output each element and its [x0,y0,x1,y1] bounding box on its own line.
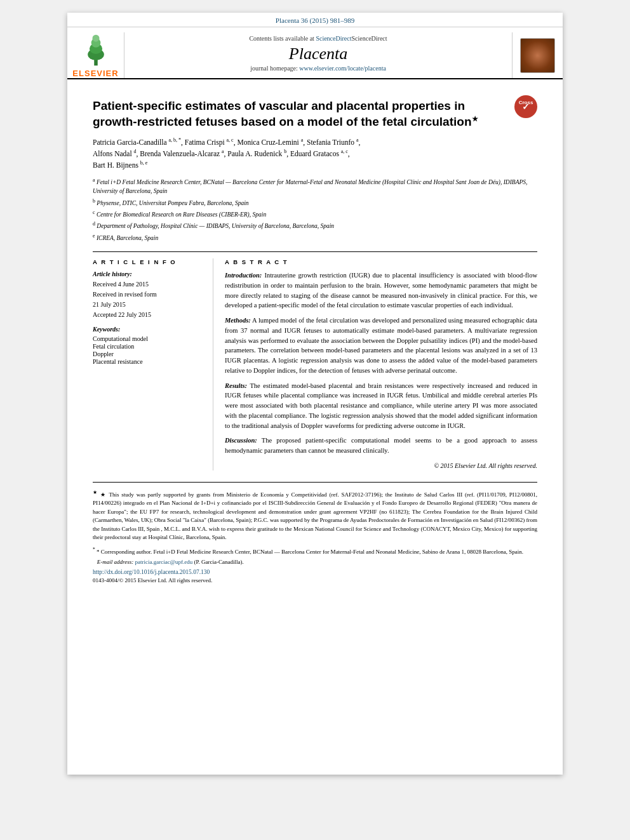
revised-label: Received in revised form [93,290,205,299]
star-footnote: ★ ★ This study was partly supported by g… [93,489,537,542]
homepage-line: journal homepage: www.elsevier.com/locat… [131,65,506,72]
keyword-4: Placental resistance [93,358,205,365]
two-column-section: A R T I C L E I N F O Article history: R… [93,251,537,470]
abstract-methods: Methods: A lumped model of the fetal cir… [225,316,537,376]
journal-name: Placenta [131,44,506,63]
citation-bar: Placenta 36 (2015) 981–989 [67,13,563,27]
authors-line: Patricia Garcia-Canadilla a, b, *, Fatim… [93,137,537,171]
received-date: Received 4 June 2015 [93,280,205,289]
introduction-text: Intrauterine growth restriction (IUGR) d… [225,272,537,309]
discussion-title: Discussion: [225,437,257,444]
methods-title: Methods: [225,317,251,324]
discussion-text: The proposed patient-specific computatio… [225,437,537,454]
introduction-title: Introduction: [225,272,262,279]
placenta-logo [512,32,563,78]
article-info-heading: A R T I C L E I N F O [93,258,205,265]
keyword-3: Doppler [93,350,205,357]
keywords-title: Keywords: [93,326,205,333]
email-label: E-mail address: [97,559,133,565]
placenta-image-inner [521,39,554,72]
homepage-link[interactable]: www.elsevier.com/locate/placenta [299,65,386,72]
results-title: Results: [225,382,247,389]
keyword-1: Computational model [93,335,205,342]
main-content: ✓ Cross Patient-specific estimates of va… [67,79,563,583]
footnote-divider [93,482,537,483]
title-star: ★ [472,115,478,123]
keyword-2: Fetal circulation [93,343,205,350]
issn-line: 0143-4004/© 2015 Elsevier Ltd. All right… [93,577,537,583]
abstract-introduction: Introduction: Intrauterine growth restri… [225,270,537,310]
journal-info: Contents lists available at ScienceDirec… [124,32,512,78]
elsevier-logo: ELSEVIER [67,32,124,78]
revised-date: 21 July 2015 [93,300,205,309]
abstract-heading: A B S T R A C T [225,258,537,265]
email-address[interactable]: patricia.garciac@upf.edu [135,559,192,565]
affiliations: a Fetal i+D Fetal Medicine Research Cent… [93,177,537,243]
citation-text: Placenta 36 (2015) 981–989 [276,17,354,24]
elsevier-label: ELSEVIER [72,69,118,78]
article-info-column: A R T I C L E I N F O Article history: R… [93,258,213,470]
contents-line: Contents lists available at ScienceDirec… [131,35,506,42]
affiliation-a: a Fetal i+D Fetal Medicine Research Cent… [93,177,537,196]
journal-header: ELSEVIER Contents lists available at Sci… [67,27,563,79]
crossmark-icon: ✓ Cross [514,95,537,118]
svg-point-4 [92,35,99,42]
svg-text:Cross: Cross [519,100,533,105]
abstract-column: A B S T R A C T Introduction: Intrauteri… [225,258,537,470]
article-history-title: Article history: [93,270,205,277]
affiliation-d: d Department of Pathology, Hospital Clín… [93,220,537,230]
page: Placenta 36 (2015) 981–989 ELSEVIER Cont… [67,13,563,775]
sciencedirect-link[interactable]: ScienceDirect [316,35,351,42]
doi-line[interactable]: http://dx.doi.org/10.1016/j.placenta.201… [93,569,537,575]
abstract-text: Introduction: Intrauterine growth restri… [225,270,537,470]
copyright-line: © 2015 Elsevier Ltd. All rights reserved… [225,461,537,470]
crossmark-badge: ✓ Cross [514,95,537,118]
methods-text: A lumped model of the fetal circulation … [225,317,537,374]
abstract-results: Results: The estimated model-based place… [225,381,537,431]
affiliation-b: b Physense, DTIC, Universitat Pompeu Fab… [93,197,537,208]
results-text: The estimated model-based placental and … [225,382,537,429]
affiliation-e: e ICREA, Barcelona, Spain [93,232,537,243]
elsevier-tree-icon [77,32,115,67]
abstract-discussion: Discussion: The proposed patient-specifi… [225,436,537,456]
affiliation-c: c Centre for Biomedical Research on Rare… [93,209,537,219]
placenta-image [520,38,555,73]
article-title: Patient-specific estimates of vascular a… [93,98,537,130]
accepted-date: Accepted 22 July 2015 [93,310,205,319]
corresponding-author: * * Corresponding author. Fetal i+D Feta… [93,546,537,557]
email-suffix: (P. Garcia-Canadilla). [194,559,243,565]
email-line: E-mail address: patricia.garciac@upf.edu… [93,559,537,565]
